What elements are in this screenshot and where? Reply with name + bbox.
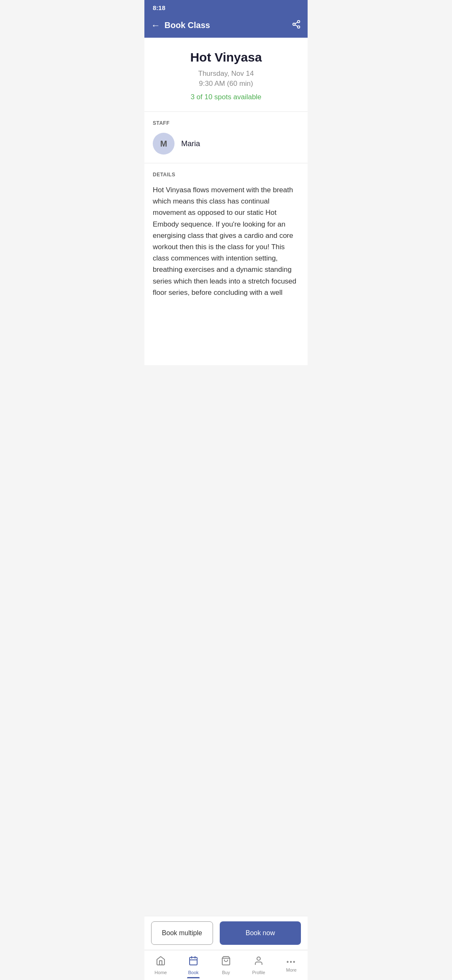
class-info-section: Hot Vinyasa Thursday, Nov 14 9:30 AM (60… [144,38,308,112]
staff-item: M Maria [153,133,299,155]
profile-icon [254,956,264,968]
bottom-buttons: Book multiple Book now [144,916,308,950]
main-content: Hot Vinyasa Thursday, Nov 14 9:30 AM (60… [144,38,308,365]
spots-available: 3 of 10 spots available [153,93,299,101]
svg-line-4 [295,22,298,24]
nav-label-book: Book [188,970,198,975]
class-date: Thursday, Nov 14 [153,70,299,78]
bottom-navigation: Home Book Buy [144,950,308,980]
header: ← Book Class [144,15,308,38]
header-title: Book Class [164,21,210,30]
staff-initial: M [160,139,167,149]
book-multiple-button[interactable]: Book multiple [151,921,213,945]
nav-label-home: Home [154,970,167,975]
staff-section: STAFF M Maria [144,112,308,163]
book-icon [188,956,198,968]
nav-item-home[interactable]: Home [144,952,177,978]
status-time: 8:18 [153,4,165,11]
nav-item-book[interactable]: Book [177,952,210,978]
status-bar: 8:18 [144,0,308,15]
header-left: ← Book Class [151,20,210,31]
book-now-button[interactable]: Book now [220,921,301,945]
nav-item-more[interactable]: ••• More [275,955,308,976]
details-section: DETAILS Hot Vinyasa flows movement with … [144,163,308,307]
nav-label-more: More [286,967,296,972]
class-time: 9:30 AM (60 min) [153,80,299,88]
staff-name: Maria [181,139,200,148]
svg-point-10 [257,957,260,960]
details-section-label: DETAILS [153,172,299,178]
more-icon: ••• [287,958,296,966]
nav-label-buy: Buy [222,970,230,975]
buy-icon [221,956,231,968]
staff-avatar: M [153,133,175,155]
details-text: Hot Vinyasa flows movement with the brea… [153,184,299,298]
home-icon [156,956,166,968]
nav-label-profile: Profile [252,970,265,975]
nav-item-buy[interactable]: Buy [210,952,242,978]
nav-active-indicator [187,977,200,978]
back-button[interactable]: ← [151,20,160,31]
staff-section-label: STAFF [153,120,299,126]
share-button[interactable] [292,20,301,31]
svg-line-3 [295,25,298,26]
class-title: Hot Vinyasa [153,50,299,64]
svg-rect-5 [190,957,197,965]
nav-item-profile[interactable]: Profile [242,952,275,978]
